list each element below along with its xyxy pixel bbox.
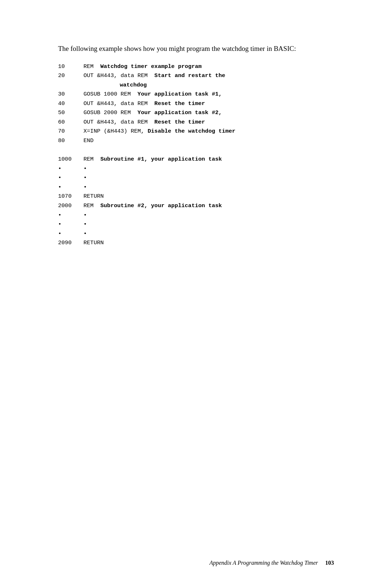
line-num: 60: [58, 118, 83, 127]
line-num: 40: [58, 99, 83, 109]
line-content: GOSUB 1000 REM Your application task #1,: [83, 90, 334, 99]
code-line-60: 60 OUT &H443, data REM Reset the timer: [58, 118, 334, 127]
line-num: 70: [58, 127, 83, 136]
line-num: •: [58, 173, 83, 183]
line-num: •: [58, 211, 83, 220]
footer-page-number: 103: [325, 560, 334, 566]
line-content: •: [83, 183, 334, 192]
footer-appendix-text: Appendix A Programming the Watchdog Time…: [209, 560, 318, 566]
code-line-1070: 1070 RETURN: [58, 192, 334, 201]
code-line-10: 10 REM Watchdog timer example program: [58, 62, 334, 72]
line-content: REM Watchdog timer example program: [83, 62, 334, 72]
line-num: 50: [58, 108, 83, 118]
empty-line: [58, 146, 334, 155]
code-line-2000: 2000 REM Subroutine #2, your application…: [58, 201, 334, 211]
line-num: 20: [58, 71, 83, 81]
line-content: GOSUB 2000 REM Your application task #2,: [83, 108, 334, 118]
line-num: 10: [58, 62, 83, 72]
code-line-40: 40 OUT &H443, data REM Reset the timer: [58, 99, 334, 109]
footer: Appendix A Programming the Watchdog Time…: [0, 560, 392, 566]
line-num: •: [58, 229, 83, 239]
code-line-50: 50 GOSUB 2000 REM Your application task …: [58, 108, 334, 118]
line-num: •: [58, 164, 83, 174]
line-content: X=INP (&H443) REM, Disable the watchdog …: [83, 127, 334, 136]
line-content: •: [83, 211, 334, 220]
code-line-bullet6: • •: [58, 229, 334, 239]
intro-paragraph: The following example shows how you migh…: [58, 44, 334, 54]
line-num: 2000: [58, 201, 83, 211]
code-line-20-cont: watchdog: [58, 81, 334, 90]
line-num: 30: [58, 90, 83, 99]
line-content: RETURN: [83, 238, 334, 248]
code-line-2090: 2090 RETURN: [58, 238, 334, 248]
code-line-30: 30 GOSUB 1000 REM Your application task …: [58, 90, 334, 99]
code-line-bullet5: • •: [58, 220, 334, 229]
line-content: •: [83, 220, 334, 229]
line-num: 2090: [58, 238, 83, 248]
line-num: 1070: [58, 192, 83, 201]
line-content: •: [83, 229, 334, 239]
code-block: 10 REM Watchdog timer example program 20…: [58, 62, 334, 248]
line-content: •: [83, 173, 334, 183]
code-line-bullet1: • •: [58, 164, 334, 174]
code-line-80: 80 END: [58, 136, 334, 146]
line-content: OUT &H443, data REM Reset the timer: [83, 118, 334, 127]
line-num: •: [58, 183, 83, 192]
code-line-bullet2: • •: [58, 173, 334, 183]
line-content: OUT &H443, data REM Reset the timer: [83, 99, 334, 109]
code-line-bullet3: • •: [58, 183, 334, 192]
line-num: 1000: [58, 155, 83, 164]
line-num: 80: [58, 136, 83, 146]
code-line-1000: 1000 REM Subroutine #1, your application…: [58, 155, 334, 164]
code-line-20: 20 OUT &H443, data REM Start and restart…: [58, 71, 334, 81]
line-content: REM Subroutine #1, your application task: [83, 155, 334, 164]
line-content: •: [83, 164, 334, 174]
page: The following example shows how you migh…: [0, 0, 392, 588]
line-content: END: [83, 136, 334, 146]
line-num: •: [58, 220, 83, 229]
code-line-70: 70 X=INP (&H443) REM, Disable the watchd…: [58, 127, 334, 136]
code-line-bullet4: • •: [58, 211, 334, 220]
line-content: OUT &H443, data REM Start and restart th…: [83, 71, 334, 81]
line-content: RETURN: [83, 192, 334, 201]
line-content: REM Subroutine #2, your application task: [83, 201, 334, 211]
line-content: watchdog: [83, 81, 334, 90]
